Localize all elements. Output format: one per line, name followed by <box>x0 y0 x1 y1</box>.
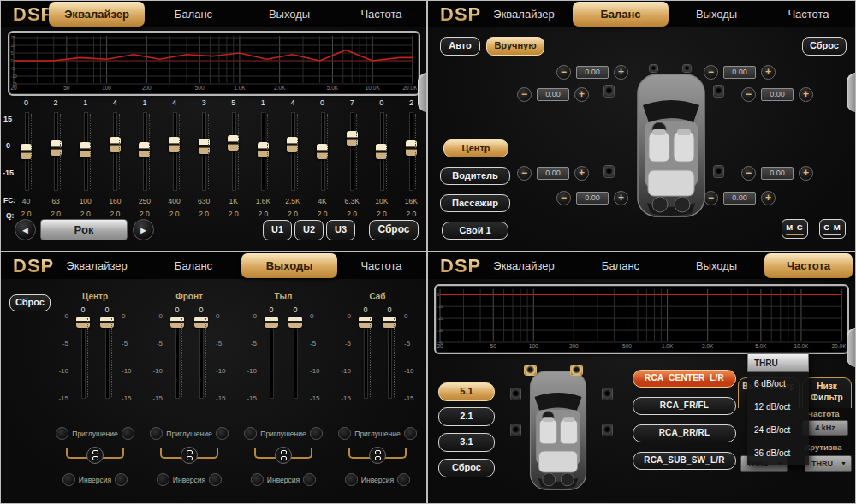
invert-toggle-right[interactable] <box>115 473 128 486</box>
tab-balance[interactable]: Баланс <box>573 252 669 279</box>
output-level-slider[interactable]: 0 <box>377 305 401 412</box>
increase-button[interactable]: + <box>799 166 813 181</box>
eq-preset-display[interactable]: Рок <box>40 219 128 240</box>
mc-unit-button[interactable]: M C <box>782 219 808 239</box>
cm-unit-button[interactable]: C M <box>819 219 846 239</box>
eq-band-slider[interactable] <box>398 110 425 193</box>
mute-toggle-right[interactable] <box>122 427 134 440</box>
filter-tab[interactable]: Низк Фильтр <box>802 377 852 408</box>
mute-toggle-left[interactable] <box>150 427 163 440</box>
level-slider-handle[interactable] <box>359 317 372 328</box>
panel-scroll-handle[interactable] <box>847 73 855 112</box>
output-level-slider[interactable]: 0 <box>71 305 95 412</box>
invert-toggle-left[interactable] <box>157 473 169 486</box>
output-level-slider[interactable]: 0 <box>259 305 283 412</box>
eq-slider-handle[interactable] <box>199 139 210 154</box>
eq-slider-handle[interactable] <box>80 142 91 157</box>
eq-slider-handle[interactable] <box>139 142 150 157</box>
decrease-button[interactable]: − <box>556 191 571 205</box>
level-slider-handle[interactable] <box>265 317 278 328</box>
eq-slider-handle[interactable] <box>287 137 298 152</box>
panel-scroll-handle[interactable] <box>847 328 855 367</box>
level-slider-handle[interactable] <box>383 317 396 328</box>
balance-manual-button[interactable]: Вручную <box>486 37 544 56</box>
invert-toggle-right[interactable] <box>303 473 316 486</box>
invert-toggle-right[interactable] <box>397 473 410 486</box>
mute-toggle-right[interactable] <box>310 427 323 440</box>
tab-outputs[interactable]: Выходы <box>669 252 764 279</box>
eq-band-slider[interactable] <box>279 110 306 193</box>
link-channels-icon[interactable] <box>369 447 386 464</box>
user-preset-button[interactable]: U1 <box>263 220 292 240</box>
user-preset-button[interactable]: U2 <box>294 220 324 240</box>
eq-slider-handle[interactable] <box>317 144 328 159</box>
eq-slider-handle[interactable] <box>169 137 180 152</box>
increase-button[interactable]: + <box>799 87 813 102</box>
eq-band-slider[interactable] <box>250 110 276 193</box>
slope-select-right[interactable]: THRU▼ <box>805 455 852 472</box>
eq-band-slider[interactable] <box>368 110 395 193</box>
level-slider-handle[interactable] <box>100 317 114 328</box>
eq-slider-handle[interactable] <box>21 144 32 159</box>
rca-channel-button[interactable]: RCA_RR/RL <box>633 424 736 442</box>
eq-slider-handle[interactable] <box>258 142 269 157</box>
mute-toggle-left[interactable] <box>338 427 351 440</box>
mute-toggle-right[interactable] <box>404 427 417 440</box>
listening-position-button[interactable]: Пассажир <box>440 194 510 212</box>
tab-outputs[interactable]: Выходы <box>241 253 337 278</box>
eq-band-slider[interactable] <box>72 110 98 193</box>
dropdown-option[interactable]: 24 dB/oct <box>747 418 809 442</box>
eq-slider-handle[interactable] <box>347 131 358 146</box>
dropdown-option[interactable]: 12 dB/oct <box>747 395 809 418</box>
level-slider-handle[interactable] <box>76 317 90 328</box>
rca-channel-button[interactable]: RCA_CENTER_L/R <box>633 370 736 388</box>
listening-position-button[interactable]: Водитель <box>440 167 510 185</box>
level-slider-handle[interactable] <box>288 317 302 328</box>
output-level-slider[interactable]: 0 <box>354 305 377 412</box>
decrease-button[interactable]: − <box>741 87 756 102</box>
eq-slider-handle[interactable] <box>110 137 121 152</box>
speaker-mode-button[interactable]: 2.1 <box>438 407 495 426</box>
output-level-slider[interactable]: 0 <box>95 305 119 412</box>
tab-frequency[interactable]: Частота <box>337 1 425 27</box>
eq-band-slider[interactable] <box>13 110 39 193</box>
tab-outputs[interactable]: Выходы <box>669 1 764 27</box>
mute-toggle-right[interactable] <box>216 427 229 440</box>
balance-auto-button[interactable]: Авто <box>440 37 480 56</box>
tab-balance[interactable]: Баланс <box>146 1 241 27</box>
invert-toggle-left[interactable] <box>62 473 75 486</box>
eq-reset-button[interactable]: Сброс <box>369 220 419 240</box>
link-channels-icon[interactable] <box>275 447 292 464</box>
dropdown-option[interactable]: 6 dB/oct <box>747 372 809 395</box>
invert-toggle-right[interactable] <box>209 473 222 486</box>
eq-band-slider[interactable] <box>131 110 158 193</box>
rca-channel-button[interactable]: RCA_FR/FL <box>633 397 736 415</box>
tab-equalizer[interactable]: Эквалайзер <box>476 252 572 279</box>
increase-button[interactable]: + <box>614 65 628 80</box>
next-preset-button[interactable]: ► <box>133 219 154 240</box>
tab-frequency[interactable]: Частота <box>764 253 853 278</box>
dropdown-option[interactable]: 36 dB/oct <box>747 442 809 465</box>
balance-reset-button[interactable]: Сброс <box>802 37 847 56</box>
eq-slider-handle[interactable] <box>228 135 239 151</box>
rca-channel-button[interactable]: RCA_SUB_SW_L/R <box>633 452 736 470</box>
eq-slider-handle[interactable] <box>51 140 62 156</box>
eq-band-slider[interactable] <box>309 110 336 193</box>
listening-position-button[interactable]: Центр <box>443 139 508 157</box>
tab-equalizer[interactable]: Эквалайзер <box>49 252 145 279</box>
eq-band-slider[interactable] <box>102 110 128 193</box>
tab-outputs[interactable]: Выходы <box>241 1 337 27</box>
dropdown-selected-item[interactable]: THRU <box>747 353 809 372</box>
outputs-reset-button[interactable]: Сброс <box>9 294 51 311</box>
previous-preset-button[interactable]: ◄ <box>15 219 36 240</box>
increase-button[interactable]: + <box>761 65 776 80</box>
tab-frequency[interactable]: Частота <box>337 252 425 279</box>
tab-frequency[interactable]: Частота <box>764 1 853 27</box>
invert-toggle-left[interactable] <box>251 473 264 486</box>
speaker-mode-button[interactable]: 5.1 <box>438 382 495 401</box>
tab-balance[interactable]: Баланс <box>146 252 241 279</box>
eq-band-slider[interactable] <box>191 110 217 193</box>
eq-band-slider[interactable] <box>339 110 366 193</box>
eq-slider-handle[interactable] <box>406 140 417 156</box>
output-level-slider[interactable]: 0 <box>283 305 307 412</box>
